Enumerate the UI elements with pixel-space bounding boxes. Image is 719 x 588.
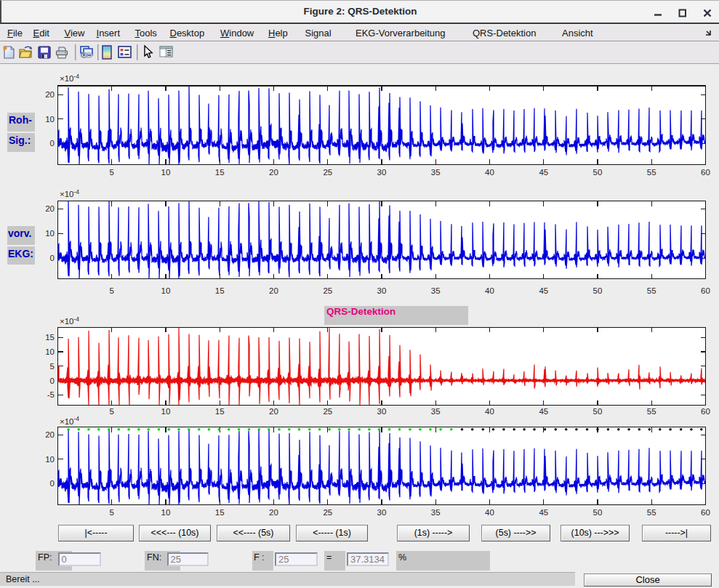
- svg-text:50: 50: [593, 508, 603, 517]
- svg-text:10: 10: [45, 115, 55, 124]
- svg-text:×10-4: ×10-4: [60, 315, 79, 326]
- svg-text:0: 0: [50, 376, 55, 385]
- svg-text:20: 20: [269, 286, 278, 295]
- svg-text:5: 5: [110, 168, 114, 177]
- svg-text:25: 25: [323, 508, 332, 517]
- svg-text:50: 50: [593, 407, 603, 416]
- svg-text:5: 5: [50, 362, 55, 371]
- svg-text:×10-4: ×10-4: [60, 188, 79, 199]
- svg-text:35: 35: [431, 168, 441, 177]
- svg-text:45: 45: [539, 508, 548, 517]
- svg-text:20: 20: [45, 204, 55, 213]
- svg-text:60: 60: [701, 168, 710, 177]
- svg-text:60: 60: [701, 286, 710, 295]
- svg-text:0: 0: [50, 479, 55, 488]
- svg-text:10: 10: [45, 455, 55, 464]
- svg-text:-5: -5: [47, 390, 55, 399]
- svg-text:40: 40: [485, 508, 494, 517]
- svg-text:50: 50: [593, 286, 603, 295]
- svg-text:20: 20: [269, 508, 278, 517]
- svg-text:55: 55: [647, 286, 656, 295]
- svg-text:10: 10: [45, 347, 55, 356]
- svg-text:60: 60: [701, 407, 710, 416]
- svg-text:35: 35: [431, 407, 441, 416]
- svg-text:0: 0: [50, 139, 55, 148]
- svg-text:35: 35: [431, 508, 441, 517]
- svg-text:15: 15: [215, 286, 225, 295]
- svg-text:45: 45: [539, 286, 548, 295]
- svg-text:40: 40: [485, 286, 494, 295]
- svg-text:5: 5: [110, 286, 114, 295]
- svg-text:20: 20: [45, 90, 55, 99]
- svg-text:30: 30: [377, 286, 387, 295]
- svg-text:40: 40: [485, 168, 494, 177]
- svg-text:30: 30: [377, 168, 387, 177]
- svg-text:15: 15: [45, 333, 55, 342]
- svg-text:35: 35: [431, 286, 441, 295]
- svg-text:10: 10: [161, 508, 171, 517]
- svg-text:20: 20: [269, 407, 278, 416]
- svg-text:15: 15: [215, 508, 225, 517]
- svg-text:×10-4: ×10-4: [60, 73, 79, 84]
- svg-text:0: 0: [50, 254, 55, 262]
- svg-text:55: 55: [647, 168, 656, 177]
- svg-text:45: 45: [539, 407, 548, 416]
- svg-text:20: 20: [269, 168, 278, 177]
- svg-text:5: 5: [110, 508, 114, 517]
- svg-text:40: 40: [485, 407, 494, 416]
- svg-text:10: 10: [45, 229, 55, 238]
- svg-text:×10-4: ×10-4: [60, 415, 79, 426]
- svg-text:50: 50: [593, 168, 603, 177]
- svg-text:20: 20: [45, 430, 55, 439]
- svg-text:5: 5: [110, 407, 114, 416]
- svg-text:25: 25: [323, 286, 332, 295]
- svg-text:15: 15: [215, 407, 225, 416]
- svg-text:10: 10: [161, 407, 171, 416]
- svg-text:30: 30: [377, 508, 387, 517]
- svg-text:30: 30: [377, 407, 387, 416]
- svg-text:25: 25: [323, 168, 332, 177]
- svg-text:55: 55: [647, 508, 656, 517]
- svg-text:10: 10: [161, 286, 171, 295]
- svg-text:25: 25: [323, 407, 332, 416]
- svg-text:10: 10: [161, 168, 171, 177]
- svg-text:55: 55: [647, 407, 656, 416]
- svg-text:45: 45: [539, 168, 548, 177]
- svg-text:15: 15: [215, 168, 225, 177]
- svg-text:60: 60: [701, 508, 710, 517]
